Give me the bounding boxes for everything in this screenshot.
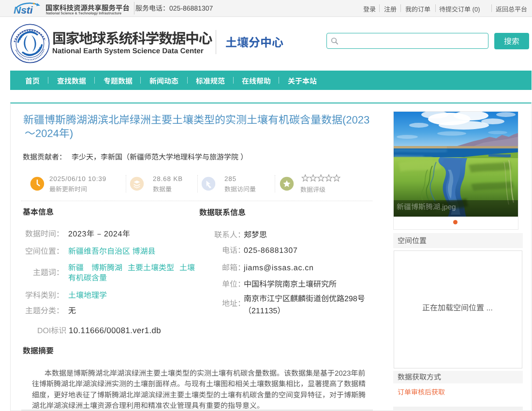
- svg-text:Nsti: Nsti: [14, 4, 33, 15]
